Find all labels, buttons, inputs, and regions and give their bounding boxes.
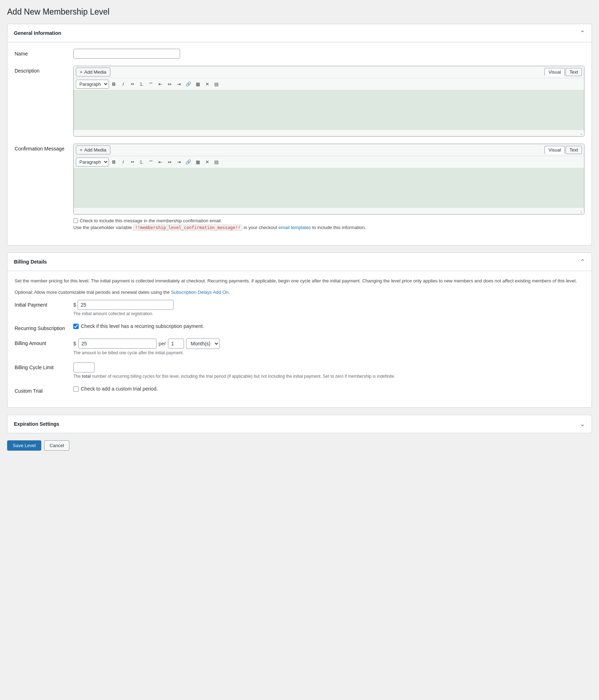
billing-amount-hint: The amount to be billed one cycle after … bbox=[73, 350, 584, 355]
custom-trial-control: Check to add a custom trial period. bbox=[73, 386, 584, 393]
description-content-area[interactable] bbox=[74, 90, 584, 129]
description-row: Description + Add Media Visual Text bbox=[15, 66, 584, 137]
confirmation-ol-btn[interactable]: 1. bbox=[137, 158, 146, 166]
description-tabs: Visual Text bbox=[545, 68, 582, 76]
initial-payment-control: $ 25 The initial amount collected at reg… bbox=[73, 300, 584, 316]
description-align-center-btn[interactable]: ⇔ bbox=[165, 80, 174, 88]
confirmation-checkbox-label: Check to include this message in the mem… bbox=[73, 218, 584, 223]
confirmation-table-btn[interactable]: ▤ bbox=[212, 158, 221, 166]
email-templates-link[interactable]: email templates bbox=[279, 225, 311, 230]
billing-desc-suffix: . bbox=[228, 290, 230, 295]
add-media-label-2: Add Media bbox=[84, 147, 106, 153]
billing-desc-prefix: Optional: Allow more customizable trial … bbox=[15, 290, 170, 295]
description-editor-topbar: + Add Media Visual Text bbox=[74, 66, 584, 78]
confirmation-placeholder-note: Use the placeholder variable !!membershi… bbox=[73, 225, 584, 230]
confirmation-align-left-btn[interactable]: ⇤ bbox=[156, 158, 164, 166]
confirmation-editor-topbar: + Add Media Visual Text bbox=[74, 144, 584, 156]
initial-dollar-sign: $ bbox=[73, 302, 76, 308]
confirmation-italic-btn[interactable]: I bbox=[119, 158, 127, 166]
general-information-section: General Information ⌃ Name Description +… bbox=[7, 24, 592, 245]
cancel-button[interactable]: Cancel bbox=[44, 440, 69, 451]
name-input[interactable] bbox=[73, 49, 180, 59]
confirmation-message-label: Confirmation Message bbox=[15, 144, 73, 152]
confirmation-email-checkbox[interactable] bbox=[73, 218, 78, 223]
initial-payment-row: Initial Payment $ 25 The initial amount … bbox=[15, 300, 584, 316]
confirmation-ul-btn[interactable]: •• bbox=[128, 158, 137, 166]
billing-cycle-limit-label: Billing Cycle Limit bbox=[15, 362, 73, 370]
custom-trial-checkbox[interactable] bbox=[73, 386, 79, 392]
description-align-left-btn[interactable]: ⇤ bbox=[156, 80, 164, 88]
name-label: Name bbox=[15, 49, 73, 57]
confirmation-text-tab[interactable]: Text bbox=[566, 146, 582, 154]
confirmation-visual-tab[interactable]: Visual bbox=[545, 146, 565, 154]
add-media-label: Add Media bbox=[84, 69, 106, 75]
description-italic-btn[interactable]: I bbox=[119, 80, 127, 88]
confirmation-message-row: Confirmation Message + Add Media Visual … bbox=[15, 144, 584, 232]
confirmation-more1-btn[interactable]: ▦ bbox=[194, 158, 202, 166]
billing-cycle-select[interactable]: Month(s) bbox=[186, 338, 220, 349]
recurring-subscription-checkbox[interactable] bbox=[73, 324, 79, 329]
initial-payment-hint: The initial amount collected at registra… bbox=[73, 311, 584, 316]
confirmation-note: Check to include this message in the mem… bbox=[73, 218, 584, 230]
confirmation-blockquote-btn[interactable]: “” bbox=[147, 158, 155, 166]
initial-payment-input[interactable]: 25 bbox=[78, 300, 174, 310]
per-label: per bbox=[159, 341, 166, 346]
description-toolbar: Paragraph B I •• 1. “” ⇤ ⇔ ⇥ 🔗 ▦ ✕ ▤ bbox=[74, 78, 584, 90]
confirmation-link-btn[interactable]: 🔗 bbox=[184, 158, 193, 166]
confirmation-tabs: Visual Text bbox=[545, 146, 582, 154]
description-ul-btn[interactable]: •• bbox=[128, 80, 137, 88]
description-visual-tab[interactable]: Visual bbox=[545, 68, 565, 76]
billing-cycle-hint-suffix: number of recurring billing cycles for t… bbox=[92, 374, 395, 379]
expiration-settings-title: Expiration Settings bbox=[14, 421, 59, 427]
confirmation-close-btn[interactable]: ✕ bbox=[203, 158, 211, 166]
save-level-button[interactable]: Save Level bbox=[7, 440, 41, 451]
description-editor: + Add Media Visual Text Paragraph B bbox=[73, 66, 584, 137]
billing-cycle-limit-hint: The total number of recurring billing cy… bbox=[73, 374, 584, 379]
billing-description-2: Optional: Allow more customizable trial … bbox=[15, 289, 584, 296]
description-close-btn[interactable]: ✕ bbox=[203, 80, 211, 88]
confirmation-content-area[interactable] bbox=[74, 168, 584, 207]
billing-cycle-limit-input[interactable] bbox=[73, 362, 95, 372]
billing-amount-row: Billing Amount $ 25 per 1 Month(s) The a… bbox=[15, 338, 584, 355]
billing-details-collapse-icon[interactable]: ⌃ bbox=[580, 258, 585, 266]
confirmation-checkbox-text: Check to include this message in the mem… bbox=[80, 218, 222, 223]
page-title: Add New Membership Level bbox=[7, 7, 592, 17]
description-align-right-btn[interactable]: ⇥ bbox=[174, 80, 183, 88]
confirmation-align-right-btn[interactable]: ⇥ bbox=[174, 158, 183, 166]
placeholder-code: !!membership_level_confirmation_message!… bbox=[133, 224, 242, 231]
subscription-delays-link[interactable]: Subscription Delays Add On bbox=[171, 290, 228, 295]
billing-per-input[interactable]: 1 bbox=[168, 339, 184, 349]
expiration-settings-expand-icon[interactable]: ⌄ bbox=[580, 420, 585, 428]
general-info-collapse-icon[interactable]: ⌃ bbox=[580, 29, 585, 37]
confirmation-checkbox-row: Check to include this message in the mem… bbox=[73, 218, 584, 223]
description-link-btn[interactable]: 🔗 bbox=[184, 80, 193, 88]
confirmation-align-center-btn[interactable]: ⇔ bbox=[165, 158, 174, 166]
confirmation-resize-handle: ⌞ bbox=[74, 207, 584, 214]
placeholder-middle: in your checkout bbox=[243, 225, 278, 230]
description-text-tab[interactable]: Text bbox=[566, 68, 582, 76]
description-more1-btn[interactable]: ▦ bbox=[194, 80, 202, 88]
page-footer: Save Level Cancel bbox=[7, 440, 592, 451]
billing-amount-label: Billing Amount bbox=[15, 338, 73, 346]
billing-cycle-limit-row: Billing Cycle Limit The total number of … bbox=[15, 362, 584, 379]
confirmation-format-select[interactable]: Paragraph bbox=[76, 158, 109, 166]
confirmation-editor: + Add Media Visual Text Paragraph B bbox=[73, 144, 584, 214]
recurring-subscription-row: Recurring Subscription Check if this lev… bbox=[15, 323, 584, 331]
description-bold-btn[interactable]: B bbox=[110, 80, 118, 88]
general-info-title: General Information bbox=[14, 30, 61, 36]
resize-icon-2: ⌞ bbox=[580, 208, 583, 213]
description-ol-btn[interactable]: 1. bbox=[137, 80, 146, 88]
billing-dollar-sign: $ bbox=[73, 341, 76, 346]
confirmation-add-media-button[interactable]: + Add Media bbox=[76, 145, 110, 154]
billing-amount-input[interactable]: 25 bbox=[78, 339, 157, 349]
custom-trial-label: Custom Trial bbox=[15, 386, 73, 394]
custom-trial-checkbox-label: Check to add a custom trial period. bbox=[73, 386, 584, 392]
description-blockquote-btn[interactable]: “” bbox=[147, 80, 155, 88]
description-table-btn[interactable]: ▤ bbox=[212, 80, 221, 88]
description-format-select[interactable]: Paragraph bbox=[76, 80, 109, 89]
description-add-media-button[interactable]: + Add Media bbox=[76, 68, 110, 76]
recurring-subscription-checkbox-label: Check if this level has a recurring subs… bbox=[73, 323, 584, 329]
description-resize-handle: ⌞ bbox=[74, 129, 584, 136]
confirmation-bold-btn[interactable]: B bbox=[110, 158, 118, 166]
recurring-subscription-control: Check if this level has a recurring subs… bbox=[73, 323, 584, 331]
